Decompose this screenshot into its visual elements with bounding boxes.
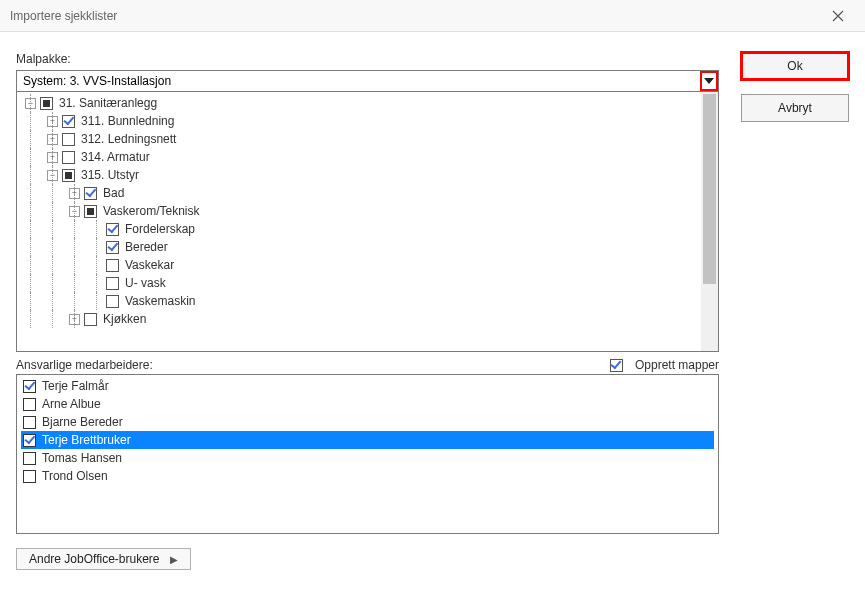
tree-node-label: Bad: [103, 186, 124, 200]
malpakke-select[interactable]: [16, 70, 719, 92]
tree-node-label: 312. Ledningsnett: [81, 132, 176, 146]
opprett-mapper-checkbox[interactable]: Opprett mapper: [610, 358, 719, 372]
tree-row[interactable]: −31. Sanitæranlegg: [17, 94, 701, 112]
tree-row[interactable]: +Bad: [17, 184, 701, 202]
checkbox-icon[interactable]: [106, 223, 119, 236]
list-item[interactable]: Terje Falmår: [21, 377, 714, 395]
tree-node-label: Vaskerom/Teknisk: [103, 204, 199, 218]
tree-row[interactable]: Vaskemaskin: [17, 292, 701, 310]
tree-node-label: 315. Utstyr: [81, 168, 139, 182]
tree-node-label: Fordelerskap: [125, 222, 195, 236]
checkbox-icon[interactable]: [23, 398, 36, 411]
list-item[interactable]: Terje Brettbruker: [21, 431, 714, 449]
employee-name: Bjarne Bereder: [42, 415, 123, 429]
checkbox-icon[interactable]: [23, 470, 36, 483]
checkbox-icon[interactable]: [106, 295, 119, 308]
tree-node-label: 31. Sanitæranlegg: [59, 96, 157, 110]
opprett-mapper-label: Opprett mapper: [635, 358, 719, 372]
employee-list: Terje FalmårArne AlbueBjarne BerederTerj…: [16, 374, 719, 534]
checkbox-icon[interactable]: [62, 115, 75, 128]
tree-row[interactable]: Bereder: [17, 238, 701, 256]
list-item[interactable]: Arne Albue: [21, 395, 714, 413]
tree-row[interactable]: +312. Ledningsnett: [17, 130, 701, 148]
dropdown-icon[interactable]: [700, 71, 718, 91]
tree-node-label: Vaskemaskin: [125, 294, 195, 308]
ansvarlige-label: Ansvarlige medarbeidere:: [16, 358, 153, 372]
employee-name: Terje Brettbruker: [42, 433, 131, 447]
checkbox-icon[interactable]: [610, 359, 623, 372]
checkbox-icon[interactable]: [62, 133, 75, 146]
tree-node-label: Bereder: [125, 240, 168, 254]
tree-row[interactable]: Fordelerskap: [17, 220, 701, 238]
scroll-thumb[interactable]: [703, 94, 716, 284]
checkbox-icon[interactable]: [23, 434, 36, 447]
checkbox-icon[interactable]: [84, 205, 97, 218]
window-title: Importere sjekklister: [10, 9, 117, 23]
list-item[interactable]: Bjarne Bereder: [21, 413, 714, 431]
tree-row[interactable]: +Kjøkken: [17, 310, 701, 328]
ok-label: Ok: [787, 59, 802, 73]
tree-row[interactable]: Vaskekar: [17, 256, 701, 274]
checkbox-icon[interactable]: [106, 277, 119, 290]
employee-name: Terje Falmår: [42, 379, 109, 393]
tree-node-label: 314. Armatur: [81, 150, 150, 164]
tree-row[interactable]: +311. Bunnledning: [17, 112, 701, 130]
checkbox-icon[interactable]: [62, 169, 75, 182]
tree-scrollbar[interactable]: [701, 92, 718, 351]
close-icon[interactable]: [821, 4, 855, 28]
avbryt-button[interactable]: Avbryt: [741, 94, 849, 122]
employee-name: Arne Albue: [42, 397, 101, 411]
malpakke-input[interactable]: [17, 71, 700, 91]
malpakke-label: Malpakke:: [16, 52, 719, 66]
checkbox-icon[interactable]: [84, 187, 97, 200]
checkbox-icon[interactable]: [84, 313, 97, 326]
list-item[interactable]: Tomas Hansen: [21, 449, 714, 467]
employee-name: Trond Olsen: [42, 469, 108, 483]
arrow-right-icon: ▶: [170, 554, 178, 565]
tree-row[interactable]: +314. Armatur: [17, 148, 701, 166]
checkbox-icon[interactable]: [23, 452, 36, 465]
tree-node-label: U- vask: [125, 276, 166, 290]
andre-brukere-label: Andre JobOffice-brukere: [29, 552, 160, 566]
checkbox-icon[interactable]: [106, 259, 119, 272]
tree-node-label: 311. Bunnledning: [81, 114, 174, 128]
avbryt-label: Avbryt: [778, 101, 812, 115]
checkbox-icon[interactable]: [40, 97, 53, 110]
tree-row[interactable]: −315. Utstyr: [17, 166, 701, 184]
checkbox-icon[interactable]: [23, 380, 36, 393]
list-item[interactable]: Trond Olsen: [21, 467, 714, 485]
checkbox-icon[interactable]: [62, 151, 75, 164]
tree-row[interactable]: −Vaskerom/Teknisk: [17, 202, 701, 220]
ok-button[interactable]: Ok: [741, 52, 849, 80]
checkbox-icon[interactable]: [23, 416, 36, 429]
andre-brukere-button[interactable]: Andre JobOffice-brukere ▶: [16, 548, 191, 570]
tree-node-label: Kjøkken: [103, 312, 146, 326]
tree-row[interactable]: U- vask: [17, 274, 701, 292]
checkbox-icon[interactable]: [106, 241, 119, 254]
employee-name: Tomas Hansen: [42, 451, 122, 465]
tree-panel: −31. Sanitæranlegg+311. Bunnledning+312.…: [16, 92, 719, 352]
tree-node-label: Vaskekar: [125, 258, 174, 272]
